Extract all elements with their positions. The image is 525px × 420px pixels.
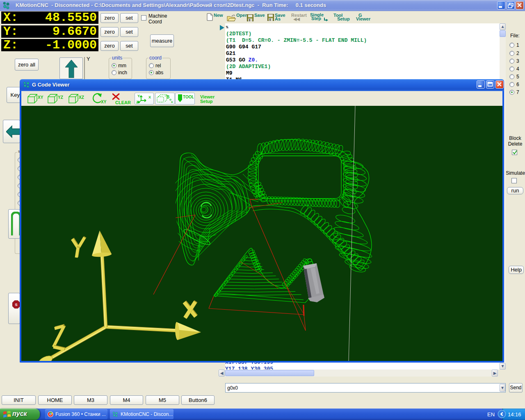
svg-text:x: x (171, 100, 173, 104)
svg-text:Y: Y (137, 94, 140, 98)
svg-text:X: X (148, 95, 151, 99)
svg-text:XZ: XZ (79, 95, 84, 100)
svg-text:XY: XY (101, 100, 107, 104)
svg-text:M: M (7, 3, 9, 5)
svg-text:YZ: YZ (58, 95, 63, 100)
svg-text:S: S (15, 302, 17, 307)
svg-text:TOOL: TOOL (183, 95, 194, 99)
svg-text:XY: XY (38, 95, 43, 100)
svg-text:K: K (4, 2, 5, 5)
svg-text:Z: Z (136, 100, 139, 104)
